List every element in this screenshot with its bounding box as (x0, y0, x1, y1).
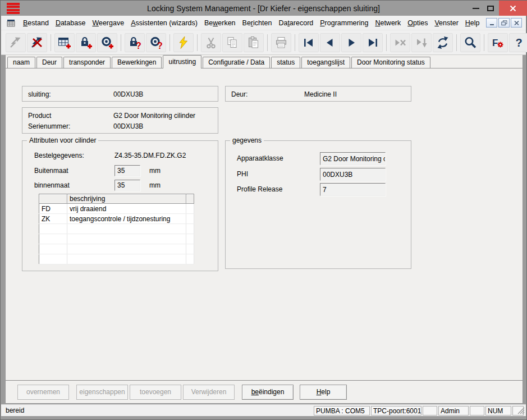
beschrijving-column-header: beschrijving (67, 194, 186, 204)
attr-code: ZK (39, 214, 67, 224)
table-row[interactable]: ZK toegangscontrole / tijdzonesturing (39, 214, 194, 224)
cut-button[interactable] (201, 33, 221, 52)
gegevens-legend: gegevens (230, 136, 264, 144)
search-icon (464, 36, 477, 49)
tab-door-monitoring-status[interactable]: Door Monitoring status (351, 57, 430, 68)
filter-button[interactable]: F (488, 33, 508, 52)
program-button[interactable] (173, 33, 194, 52)
read-lock-button[interactable]: ? (125, 33, 145, 52)
bestelgegevens-value: Z4.35-35.DM.FD.ZK.G2 (114, 152, 186, 159)
menu-bewerken[interactable]: Bewerken (201, 19, 239, 27)
tab-transponder[interactable]: transponder (63, 57, 111, 68)
login-button[interactable] (6, 33, 26, 52)
lock-plus-icon (79, 36, 93, 49)
apparaatklasse-input[interactable] (320, 152, 386, 165)
close-icon (509, 4, 517, 12)
logout-arrow-icon (30, 36, 44, 49)
phi-input[interactable] (320, 168, 386, 181)
mdi-window-controls (486, 18, 522, 28)
menu-assistenten[interactable]: Assistenten (wizards) (127, 19, 201, 27)
help-button-toolbar[interactable]: ? (509, 33, 527, 52)
profile-release-input[interactable] (320, 183, 386, 196)
first-record-icon (302, 36, 315, 49)
table-header-row: beschrijving (39, 194, 194, 204)
serienummer-label: Serienummer: (28, 122, 70, 130)
first-record-button[interactable] (299, 33, 319, 52)
document-icon (7, 19, 16, 28)
tab-bewerkingen[interactable]: Bewerkingen (112, 57, 162, 68)
delete-button[interactable]: Verwijderen (183, 385, 235, 400)
close-button[interactable] (499, 1, 527, 16)
refresh-button[interactable] (433, 33, 453, 52)
apply-button[interactable]: overnemen (17, 385, 69, 400)
app-window: Locking System Management - [Dr Kiefer -… (0, 0, 527, 420)
tab-toegangslijst[interactable]: toegangslijst (301, 57, 350, 68)
tab-configuratie-data[interactable]: Configuratie / Data (203, 57, 270, 68)
extra-column-header (186, 194, 194, 204)
svg-text:?: ? (157, 41, 163, 49)
page-footer-divider (6, 380, 523, 381)
menu-netwerk[interactable]: Netwerk (372, 19, 404, 27)
menu-venster[interactable]: Venster (431, 19, 461, 27)
maximize-button[interactable] (483, 1, 498, 16)
finish-button[interactable]: beëindigen (242, 385, 294, 400)
print-button[interactable] (271, 33, 291, 52)
menu-datarecord[interactable]: Datarecord (275, 19, 317, 27)
help-question-icon: ? (512, 36, 526, 49)
tab-naam[interactable]: naam (7, 57, 35, 68)
next-record-button[interactable] (341, 33, 361, 52)
last-record-icon (366, 36, 379, 49)
svg-text:?: ? (516, 36, 523, 49)
buitenmaat-label: Buitenmaat (34, 167, 68, 175)
filter-gear-icon: F (491, 36, 505, 49)
bestelgegevens-label: Bestelgegevens: (34, 152, 84, 159)
cancel-record-button[interactable] (390, 33, 410, 52)
copy-button[interactable] (222, 33, 242, 52)
product-box: Product G2 Door Monitoring cilinder Seri… (22, 107, 218, 134)
new-transponder-button[interactable] (97, 33, 117, 52)
mdi-close-button[interactable] (511, 18, 522, 28)
status-com-port: PUMBA : COM5 (314, 406, 370, 416)
resize-grip[interactable] (517, 407, 525, 414)
new-lock-button[interactable] (76, 33, 96, 52)
help-button[interactable]: Help (300, 385, 347, 400)
product-value: G2 Door Monitoring cilinder (113, 112, 195, 120)
minimize-button[interactable] (469, 1, 483, 16)
menu-weergave[interactable]: Weergave (89, 19, 127, 27)
buitenmaat-input[interactable] (114, 165, 140, 176)
mdi-restore-button[interactable] (498, 18, 510, 28)
status-empty-panel (423, 406, 437, 416)
tab-uitrusting[interactable]: uitrusting (163, 55, 201, 69)
read-transponder-button[interactable]: ? (146, 33, 166, 52)
mdi-minimize-button[interactable] (486, 18, 497, 28)
logout-button[interactable] (27, 33, 47, 52)
deur-box: Deur: Medicine II (225, 86, 411, 102)
add-button[interactable]: toevoegen (130, 385, 181, 400)
paste-button[interactable] (244, 33, 264, 52)
new-locking-system-button[interactable] (54, 33, 75, 52)
attributen-table[interactable]: beschrijving FD vrij draaiend ZK toegang… (39, 194, 194, 264)
titlebar: Locking System Management - [Dr Kiefer -… (1, 1, 526, 16)
table-plus-icon (58, 36, 71, 49)
properties-button[interactable]: eigenschappen (76, 385, 128, 400)
last-record-button[interactable] (363, 33, 383, 52)
menu-bestand[interactable]: Bestand (20, 19, 52, 27)
status-user: Admin (438, 406, 469, 416)
record-down-button[interactable] (411, 33, 432, 52)
lightning-icon (177, 36, 190, 49)
menu-berichten[interactable]: Berichten (239, 19, 276, 27)
menu-programmering[interactable]: Programmering (317, 19, 372, 27)
scissors-icon (204, 36, 218, 49)
menu-database[interactable]: Database (52, 19, 89, 27)
next-record-icon (345, 36, 358, 49)
statusbar: bereid PUMBA : COM5 TPC-poort:6001 Admin… (1, 404, 526, 416)
table-row[interactable]: FD vrij draaiend (39, 204, 194, 214)
sluiting-value: 00DXU3B (113, 90, 143, 98)
previous-record-button[interactable] (320, 33, 340, 52)
menu-help[interactable]: Help (462, 19, 483, 27)
tab-status[interactable]: status (271, 57, 300, 68)
tab-deur[interactable]: Deur (36, 57, 62, 68)
menu-opties[interactable]: Opties (404, 19, 431, 27)
binnenmaat-input[interactable] (114, 180, 140, 191)
search-button[interactable] (460, 33, 480, 52)
